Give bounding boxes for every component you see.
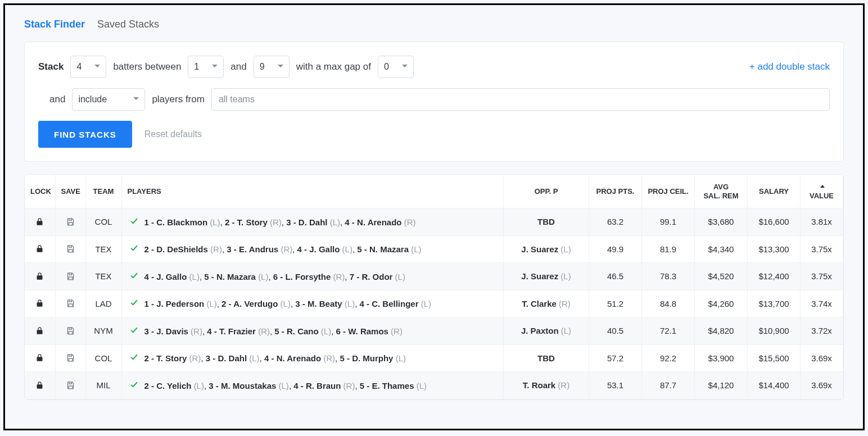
save-cell[interactable]: [55, 290, 85, 317]
include-select[interactable]: include: [72, 88, 145, 111]
avg-sal-cell: $4,260: [695, 290, 748, 317]
players-cell: 2 - C. Yelich (L), 3 - M. Moustakas (L),…: [121, 372, 504, 399]
avg-sal-cell: $4,520: [695, 263, 748, 290]
col-players[interactable]: PLAYERS: [121, 175, 504, 208]
teams-placeholder: all teams: [219, 94, 255, 105]
include-value: include: [78, 94, 107, 105]
chevron-down-icon: [133, 97, 139, 102]
salary-cell: $14,400: [748, 372, 801, 399]
tab-saved-stacks[interactable]: Saved Stacks: [97, 19, 159, 30]
lock-cell[interactable]: [25, 317, 55, 345]
save-icon: [65, 353, 75, 363]
app-frame: Stack Finder Saved Stacks Stack 4 batter…: [3, 3, 865, 430]
col-avg-sal-line1: AVG: [713, 183, 729, 191]
table-row[interactable]: COL1 - C. Blackmon (L), 2 - T. Story (R)…: [25, 208, 843, 236]
save-icon: [65, 380, 75, 390]
salary-cell: $12,400: [748, 263, 801, 290]
opp-pitcher-cell: J. Suarez (L): [504, 263, 589, 290]
teams-input[interactable]: all teams: [211, 88, 830, 111]
col-team[interactable]: TEAM: [85, 175, 121, 208]
col-proj-ceil[interactable]: PROJ CEIL.: [642, 175, 695, 208]
add-double-stack-link[interactable]: + add double stack: [749, 61, 830, 72]
lock-icon: [35, 298, 45, 308]
check-icon: [130, 326, 139, 336]
team-cell: TEX: [85, 263, 121, 290]
action-row: FIND STACKS Reset defaults: [38, 121, 830, 148]
max-gap-select[interactable]: 0: [378, 56, 414, 78]
value-cell: 3.69x: [801, 344, 843, 372]
max-gap-value: 0: [384, 62, 389, 72]
lock-cell[interactable]: [25, 208, 55, 236]
proj-pts-cell: 40.5: [589, 317, 642, 345]
team-cell: TEX: [85, 235, 121, 263]
table-row[interactable]: MIL2 - C. Yelich (L), 3 - M. Moustakas (…: [25, 372, 843, 399]
avg-sal-cell: $4,820: [695, 317, 748, 345]
save-cell[interactable]: [55, 317, 85, 345]
lock-cell[interactable]: [25, 372, 55, 399]
value-cell: 3.75x: [801, 235, 843, 263]
lock-cell[interactable]: [25, 290, 55, 317]
reset-defaults-link[interactable]: Reset defaults: [144, 129, 202, 139]
value-cell: 3.69x: [801, 372, 843, 399]
col-opp[interactable]: OPP. P: [504, 175, 589, 208]
label-players-from: players from: [152, 94, 205, 105]
label-batters-between: batters between: [113, 61, 181, 72]
tab-stack-finder[interactable]: Stack Finder: [24, 19, 85, 30]
between-to-value: 9: [260, 62, 265, 72]
chevron-down-icon: [402, 64, 408, 70]
col-salary[interactable]: SALARY: [748, 175, 801, 208]
check-icon: [130, 298, 139, 308]
lock-icon: [35, 353, 45, 363]
lock-cell[interactable]: [25, 263, 55, 290]
table-row[interactable]: TEX4 - J. Gallo (L), 5 - N. Mazara (L), …: [25, 263, 843, 290]
save-cell[interactable]: [55, 235, 85, 263]
check-icon: [130, 353, 139, 363]
lock-cell[interactable]: [25, 235, 55, 263]
check-icon: [130, 217, 139, 227]
team-cell: NYM: [85, 317, 121, 345]
col-avg-sal-rem[interactable]: AVG SAL. REM: [695, 175, 748, 208]
proj-ceil-cell: 84.8: [642, 290, 695, 317]
table-row[interactable]: NYM3 - J. Davis (R), 4 - T. Frazier (R),…: [25, 317, 843, 345]
players-cell: 3 - J. Davis (R), 4 - T. Frazier (R), 5 …: [121, 317, 504, 345]
opp-pitcher-cell: T. Roark (R): [504, 372, 589, 399]
table-row[interactable]: COL2 - T. Story (R), 3 - D. Dahl (L), 4 …: [25, 344, 843, 372]
tabs: Stack Finder Saved Stacks: [24, 19, 844, 30]
opp-pitcher-cell: TBD: [504, 208, 589, 236]
label-and: and: [230, 61, 246, 72]
between-from-select[interactable]: 1: [188, 56, 224, 78]
avg-sal-cell: $3,900: [695, 344, 748, 372]
label-and-2: and: [49, 94, 65, 105]
proj-pts-cell: 51.2: [589, 290, 642, 317]
table-row[interactable]: LAD1 - J. Pederson (L), 2 - A. Verdugo (…: [25, 290, 843, 317]
players-cell: 2 - T. Story (R), 3 - D. Dahl (L), 4 - N…: [121, 344, 504, 372]
avg-sal-cell: $3,680: [695, 208, 748, 236]
batters-count-select[interactable]: 4: [70, 56, 106, 78]
salary-cell: $13,300: [748, 235, 801, 263]
lock-icon: [35, 271, 45, 281]
col-save[interactable]: SAVE: [55, 175, 85, 208]
save-cell[interactable]: [55, 208, 85, 236]
save-cell[interactable]: [55, 263, 85, 290]
between-to-select[interactable]: 9: [254, 56, 290, 78]
label-stack: Stack: [38, 61, 64, 72]
save-cell[interactable]: [55, 372, 85, 399]
table-row[interactable]: TEX2 - D. DeShields (R), 3 - E. Andrus (…: [25, 235, 843, 263]
save-cell[interactable]: [55, 344, 85, 372]
col-value[interactable]: VALUE: [801, 175, 843, 208]
col-proj-pts[interactable]: PROJ PTS.: [589, 175, 642, 208]
players-cell: 1 - J. Pederson (L), 2 - A. Verdugo (L),…: [121, 290, 504, 317]
chevron-down-icon: [278, 64, 283, 70]
col-value-label: VALUE: [810, 192, 834, 200]
proj-ceil-cell: 78.3: [642, 263, 695, 290]
find-stacks-button[interactable]: FIND STACKS: [38, 121, 132, 148]
check-icon: [130, 244, 139, 254]
team-cell: LAD: [85, 290, 121, 317]
lock-cell[interactable]: [25, 344, 55, 372]
col-lock[interactable]: LOCK: [25, 175, 55, 208]
value-cell: 3.81x: [801, 208, 843, 236]
players-cell: 2 - D. DeShields (R), 3 - E. Andrus (R),…: [121, 235, 504, 263]
value-cell: 3.72x: [801, 317, 843, 345]
chevron-down-icon: [94, 64, 100, 70]
proj-ceil-cell: 87.7: [642, 372, 695, 399]
